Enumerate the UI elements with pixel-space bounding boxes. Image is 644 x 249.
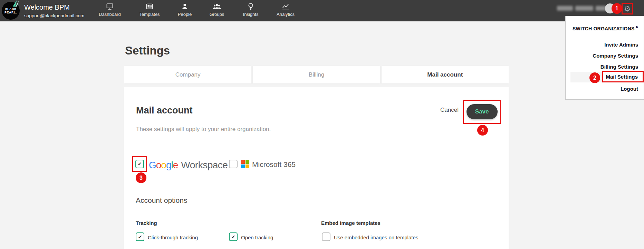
annotation-step-4: 4 <box>477 125 488 136</box>
top-nav-bar: BLACK PEARL. Welcome BPM support@blackpe… <box>0 0 644 21</box>
line-chart-icon <box>267 2 305 11</box>
welcome-title: Welcome BPM <box>24 3 84 11</box>
menu-item-logout[interactable]: Logout <box>621 86 638 92</box>
embedded-images-label: Use embedded images on templates <box>334 235 418 240</box>
nav-item-groups[interactable]: Groups <box>198 2 236 17</box>
nav-item-insights[interactable]: Insights <box>232 2 270 17</box>
templates-icon <box>131 2 169 11</box>
click-through-tracking-checkbox[interactable]: ✔ <box>136 232 144 241</box>
menu-item-company-settings[interactable]: Company Settings <box>593 53 638 59</box>
page-title: Settings <box>125 44 170 57</box>
app-screen: BLACK PEARL. Welcome BPM support@blackpe… <box>0 0 644 249</box>
mail-account-panel: Mail account These settings will apply t… <box>124 87 509 249</box>
open-tracking-checkbox[interactable]: ✔ <box>229 232 238 241</box>
nav-item-analytics[interactable]: Analytics <box>267 2 305 17</box>
nav-item-dashboard[interactable]: Dashboard <box>91 2 129 17</box>
checkmark-icon: ✔ <box>138 234 142 240</box>
lightbulb-icon <box>232 2 270 11</box>
tab-mail-account[interactable]: Mail account <box>382 66 509 83</box>
logo-text-line1: BLACK <box>5 7 17 11</box>
black-pearl-logo[interactable]: BLACK PEARL. <box>2 2 20 20</box>
logo-text-line2: PEARL. <box>4 11 17 14</box>
settings-dropdown-menu: SWITCH ORGANIZATIONS ► Invite Admins Com… <box>565 16 644 100</box>
account-email: support@blackpearlmail.com <box>24 13 84 18</box>
user-name-redacted[interactable] <box>557 6 606 11</box>
section-subtitle: These settings will apply to your entire… <box>136 126 271 133</box>
menu-item-billing-settings[interactable]: Billing Settings <box>600 64 638 70</box>
microsoft-365-checkbox[interactable] <box>229 160 238 168</box>
annotation-step-2: 2 <box>589 72 600 83</box>
quill-icon <box>12 0 21 8</box>
section-heading: Mail account <box>136 105 193 116</box>
checkmark-icon: ✔ <box>231 234 236 240</box>
annotation-box-save: Save <box>463 100 501 124</box>
tab-company[interactable]: Company <box>124 66 251 83</box>
welcome-block: Welcome BPM support@blackpearlmail.com <box>24 3 84 18</box>
submenu-arrow-icon: ► <box>635 24 640 29</box>
embedded-images-checkbox[interactable] <box>322 232 330 241</box>
nav-item-templates[interactable]: Templates <box>131 2 169 17</box>
microsoft-logo-icon <box>241 160 249 168</box>
gear-icon: ⚙ <box>624 5 631 13</box>
menu-item-invite-admins[interactable]: Invite Admins <box>604 42 638 48</box>
menu-item-mail-settings[interactable]: Mail Settings <box>602 71 644 82</box>
google-workspace-checkbox[interactable]: ✔ <box>135 160 144 168</box>
annotation-step-1: 1 <box>612 3 622 14</box>
open-tracking-label: Open tracking <box>241 235 273 240</box>
click-through-tracking-label: Click-through tracking <box>148 235 198 240</box>
group-icon <box>198 2 236 11</box>
microsoft-365-label: Microsoft 365 <box>252 160 296 169</box>
save-button[interactable]: Save <box>467 104 498 119</box>
settings-gear-button[interactable]: ⚙ <box>622 3 633 14</box>
annotation-step-3: 3 <box>136 172 146 183</box>
annotation-box-google-checkbox: ✔ <box>132 156 147 172</box>
tracking-group-title: Tracking <box>136 220 157 226</box>
menu-item-switch-organizations[interactable]: SWITCH ORGANIZATIONS <box>573 26 635 31</box>
tab-billing[interactable]: Billing <box>253 66 380 83</box>
checkmark-icon: ✔ <box>138 161 142 167</box>
embed-group-title: Embed image templates <box>321 220 381 226</box>
dashboard-icon <box>91 2 129 11</box>
account-options-title: Account options <box>136 196 187 205</box>
cancel-button[interactable]: Cancel <box>440 107 459 113</box>
google-workspace-logo: Google Workspace <box>149 160 228 171</box>
settings-tabs: Company Billing Mail account <box>124 66 509 83</box>
